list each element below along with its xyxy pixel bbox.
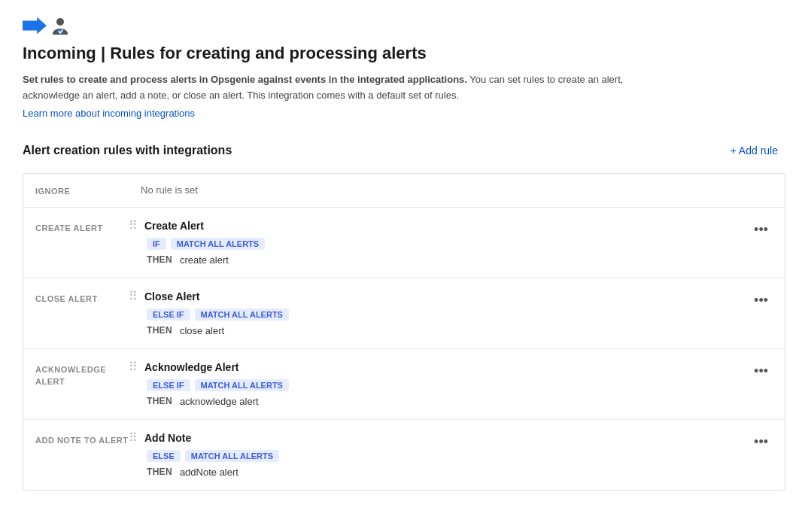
add-note-label: ADD NOTE TO ALERT xyxy=(35,436,128,445)
close-alert-then-action: close alert xyxy=(180,325,224,336)
add-note-then-label: THEN xyxy=(147,467,172,477)
acknowledge-alert-then-action: acknowledge alert xyxy=(180,396,259,407)
close-alert-more-button[interactable]: ••• xyxy=(749,292,773,309)
close-alert-content: ⠿ Close Alert ELSE IF MATCH ALL ALERTS T… xyxy=(129,290,740,336)
create-alert-if-badge: IF xyxy=(147,238,166,250)
close-alert-conditions: ELSE IF MATCH ALL ALERTS xyxy=(129,309,740,321)
close-alert-rule-row: CLOSE ALERT ⠿ Close Alert ELSE IF MATCH … xyxy=(23,278,785,349)
acknowledge-alert-label: ACKNOWLEDGE ALERT xyxy=(35,365,106,386)
create-alert-content: ⠿ Create Alert IF MATCH ALL ALERTS THEN … xyxy=(129,220,740,266)
close-alert-then-row: THEN close alert xyxy=(129,325,740,336)
create-alert-more-button[interactable]: ••• xyxy=(749,221,773,238)
acknowledge-alert-drag-handle[interactable]: ⠿ xyxy=(129,361,138,373)
add-note-actions-col: ••• xyxy=(740,432,785,450)
close-alert-drag-handle[interactable]: ⠿ xyxy=(129,290,138,302)
add-note-match-badge: MATCH ALL ALERTS xyxy=(185,450,279,462)
description-bold: Set rules to create and process alerts i… xyxy=(23,74,467,85)
close-alert-name: Close Alert xyxy=(144,290,199,302)
create-alert-rule-row: CREATE ALERT ⠿ Create Alert IF MATCH ALL… xyxy=(23,208,785,278)
acknowledge-alert-rule-row: ACKNOWLEDGE ALERT ⠿ Acknowledge Alert EL… xyxy=(23,349,785,420)
svg-marker-0 xyxy=(23,17,47,34)
alert-creation-section-header: Alert creation rules with integrations +… xyxy=(23,140,785,161)
create-alert-match-badge: MATCH ALL ALERTS xyxy=(171,238,265,250)
section-title: Alert creation rules with integrations xyxy=(23,144,232,157)
person-icon xyxy=(50,15,71,36)
close-alert-name-row: ⠿ Close Alert xyxy=(129,290,740,302)
create-alert-label: CREATE ALERT xyxy=(35,223,103,233)
close-alert-actions-col: ••• xyxy=(740,290,785,309)
create-alert-then-action: create alert xyxy=(180,254,229,266)
acknowledge-alert-name: Acknowledge Alert xyxy=(144,361,239,373)
close-alert-then-label: THEN xyxy=(147,325,172,336)
page-description: Set rules to create and process alerts i… xyxy=(23,72,639,104)
create-alert-actions-col: ••• xyxy=(740,220,785,238)
create-alert-label-col: CREATE ALERT xyxy=(23,220,129,233)
add-note-conditions: ELSE MATCH ALL ALERTS xyxy=(129,450,740,462)
add-note-else-badge: ELSE xyxy=(147,450,181,462)
close-alert-label-col: CLOSE ALERT xyxy=(23,290,129,304)
ignore-label: IGNORE xyxy=(35,187,70,196)
add-note-label-col: ADD NOTE TO ALERT xyxy=(23,432,129,445)
ignore-rule-row: IGNORE No rule is set xyxy=(23,174,785,208)
incoming-arrow-icon xyxy=(23,15,47,36)
no-rule-text: No rule is set xyxy=(141,184,198,196)
create-alert-drag-handle[interactable]: ⠿ xyxy=(129,220,138,232)
create-alert-then-label: THEN xyxy=(147,254,172,265)
rules-container: IGNORE No rule is set CREATE ALERT ⠿ Cre… xyxy=(23,173,785,491)
ignore-label-col: IGNORE xyxy=(35,184,141,196)
add-note-rule-row: ADD NOTE TO ALERT ⠿ Add Note ELSE MATCH … xyxy=(23,420,785,490)
create-alert-then-row: THEN create alert xyxy=(129,254,740,266)
page-title: Incoming | Rules for creating and proces… xyxy=(23,44,785,63)
acknowledge-alert-then-row: THEN acknowledge alert xyxy=(129,396,740,407)
close-alert-else-if-badge: ELSE IF xyxy=(147,309,190,321)
acknowledge-alert-content: ⠿ Acknowledge Alert ELSE IF MATCH ALL AL… xyxy=(129,361,740,407)
add-note-drag-handle[interactable]: ⠿ xyxy=(129,432,138,444)
learn-more-link[interactable]: Learn more about incoming integrations xyxy=(23,108,195,119)
add-note-name-row: ⠿ Add Note xyxy=(129,432,740,444)
acknowledge-alert-else-if-badge: ELSE IF xyxy=(147,379,190,391)
create-alert-name: Create Alert xyxy=(144,220,204,232)
add-rule-button[interactable]: + Add rule xyxy=(723,140,785,161)
acknowledge-alert-match-badge: MATCH ALL ALERTS xyxy=(195,379,289,391)
create-alert-conditions: IF MATCH ALL ALERTS xyxy=(129,238,740,250)
acknowledge-alert-more-button[interactable]: ••• xyxy=(749,363,773,379)
close-alert-match-badge: MATCH ALL ALERTS xyxy=(195,309,289,321)
add-note-more-button[interactable]: ••• xyxy=(749,433,773,450)
acknowledge-alert-label-col: ACKNOWLEDGE ALERT xyxy=(23,361,129,387)
add-note-content: ⠿ Add Note ELSE MATCH ALL ALERTS THEN ad… xyxy=(129,432,740,478)
add-note-then-row: THEN addNote alert xyxy=(129,467,740,478)
acknowledge-alert-then-label: THEN xyxy=(147,396,172,406)
acknowledge-alert-name-row: ⠿ Acknowledge Alert xyxy=(129,361,740,373)
add-note-then-action: addNote alert xyxy=(180,467,238,478)
add-note-name: Add Note xyxy=(144,432,191,444)
close-alert-label: CLOSE ALERT xyxy=(35,294,98,303)
svg-point-1 xyxy=(56,18,64,26)
acknowledge-alert-actions-col: ••• xyxy=(740,361,785,379)
acknowledge-alert-conditions: ELSE IF MATCH ALL ALERTS xyxy=(129,379,740,391)
header-icons xyxy=(23,15,785,36)
create-alert-name-row: ⠿ Create Alert xyxy=(129,220,740,232)
